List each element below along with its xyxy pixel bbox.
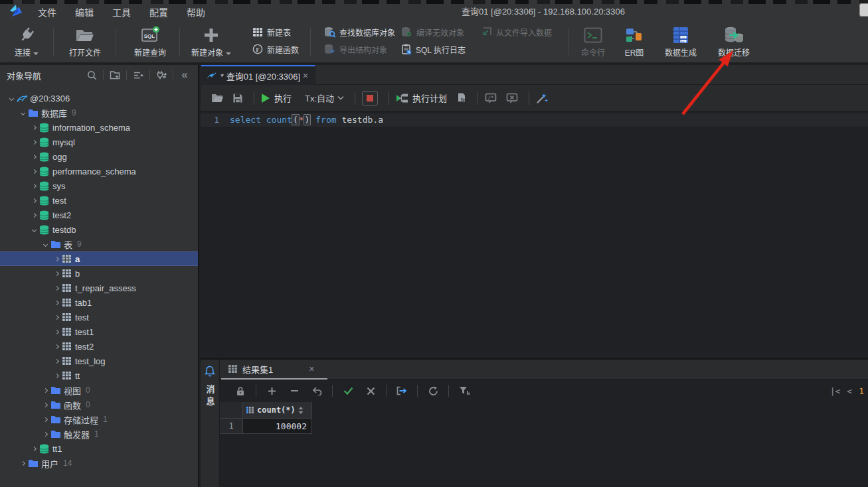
- chevron-right-icon[interactable]: [52, 345, 62, 348]
- sort-arrows-icon[interactable]: [298, 407, 304, 414]
- import-data-button[interactable]: 从文件导入数据: [481, 23, 552, 40]
- export-data-icon[interactable]: [394, 386, 409, 395]
- new-function-button[interactable]: F 新建函数: [252, 40, 299, 58]
- chevron-right-icon[interactable]: [52, 301, 62, 305]
- data-migrate-button[interactable]: 数据迁移: [709, 24, 758, 57]
- tree-item-test[interactable]: test: [0, 310, 198, 324]
- tree-item-存储过程[interactable]: 存储过程1: [0, 412, 198, 427]
- data-generate-button[interactable]: 101ABC 数据生成: [656, 24, 705, 57]
- refresh-icon[interactable]: [426, 386, 440, 396]
- chevron-down-icon[interactable]: [41, 243, 50, 246]
- open-file-button[interactable]: 打开文件: [57, 24, 113, 57]
- tree-item-performance_schema[interactable]: performance_schema: [0, 164, 198, 178]
- new-query-button[interactable]: SQL 新建查询: [121, 24, 179, 57]
- add-row-icon[interactable]: [264, 387, 279, 395]
- tx-mode-select[interactable]: Tx:自动: [305, 92, 344, 104]
- compile-invalid-button[interactable]: 编译无效对象: [401, 23, 466, 40]
- tree-item-test2[interactable]: test2: [0, 339, 198, 354]
- resultset-tab[interactable]: 结果集1 ×: [221, 360, 327, 380]
- sort-icon[interactable]: [130, 68, 146, 82]
- tree-item-函数[interactable]: 函数0: [0, 397, 198, 412]
- tree-item-test[interactable]: test: [0, 193, 198, 208]
- er-diagram-button[interactable]: ER图: [615, 24, 653, 57]
- chevron-right-icon[interactable]: [41, 389, 50, 392]
- search-icon[interactable]: [84, 68, 100, 82]
- lock-icon[interactable]: [233, 386, 248, 396]
- tree-item-testdb[interactable]: testdb: [0, 222, 198, 237]
- first-page-button[interactable]: |<: [830, 386, 841, 396]
- chevron-right-icon[interactable]: [41, 418, 50, 421]
- menu-file[interactable]: 文件: [31, 4, 64, 20]
- sql-log-button[interactable]: SQL 执行日志: [401, 40, 466, 58]
- new-folder-icon[interactable]: [107, 68, 123, 82]
- prev-page-button[interactable]: <: [847, 386, 852, 396]
- chevron-right-icon[interactable]: [52, 360, 62, 363]
- tree-item-information_schema[interactable]: information_schema: [0, 120, 198, 135]
- collapse-panel-icon[interactable]: «: [177, 68, 193, 82]
- chevron-right-icon[interactable]: [41, 403, 50, 407]
- chevron-down-icon[interactable]: [29, 228, 39, 232]
- chevron-right-icon[interactable]: [52, 257, 62, 261]
- format-sql-icon[interactable]: [536, 92, 548, 104]
- new-object-button[interactable]: 新建对象: [183, 24, 239, 57]
- tree-item-t_repair_assess[interactable]: t_repair_assess: [0, 281, 198, 295]
- tree-item-用户[interactable]: 用户14: [0, 456, 198, 470]
- chevron-right-icon[interactable]: [29, 141, 39, 144]
- new-table-button[interactable]: 新建表: [252, 23, 299, 40]
- open-icon[interactable]: [211, 93, 223, 103]
- chevron-right-icon[interactable]: [29, 199, 39, 202]
- connection-sync-icon[interactable]: [153, 68, 169, 82]
- column-header[interactable]: count(*): [243, 402, 312, 419]
- window-control-partial[interactable]: [859, 3, 868, 17]
- tree-item-ogg[interactable]: ogg: [0, 149, 198, 164]
- chevron-right-icon[interactable]: [41, 433, 50, 436]
- chevron-right-icon[interactable]: [52, 374, 62, 378]
- menu-edit[interactable]: 编辑: [68, 4, 101, 20]
- comment-icon[interactable]: /*: [485, 93, 497, 104]
- table-row[interactable]: 1 100002: [220, 419, 868, 434]
- explain-plan-button[interactable]: 执行计划: [396, 92, 447, 104]
- tree-item-a[interactable]: a: [0, 251, 198, 266]
- chevron-right-icon[interactable]: [52, 287, 62, 290]
- menu-config[interactable]: 配置: [142, 4, 175, 20]
- tree-item-test2[interactable]: test2: [0, 208, 198, 222]
- connect-button[interactable]: 连接: [1, 24, 52, 57]
- save-icon[interactable]: [232, 93, 243, 104]
- chevron-down-icon[interactable]: [18, 111, 28, 115]
- tree-item-mysql[interactable]: mysql: [0, 135, 198, 149]
- tree-item-tt1[interactable]: tt1: [0, 441, 198, 456]
- tree-item-b[interactable]: b: [0, 266, 198, 281]
- tree-item-test1[interactable]: test1: [0, 324, 198, 339]
- chevron-right-icon[interactable]: [29, 155, 39, 159]
- close-icon[interactable]: ×: [307, 364, 315, 374]
- tree-item-表[interactable]: 表9: [0, 237, 198, 251]
- run-button[interactable]: 执行: [261, 92, 292, 104]
- export-struct-button[interactable]: 导出结构对象: [324, 40, 395, 58]
- uncomment-icon[interactable]: [506, 93, 518, 104]
- chevron-right-icon[interactable]: [18, 462, 28, 465]
- tree-item-sys[interactable]: sys: [0, 178, 198, 193]
- filter-icon[interactable]: [457, 386, 472, 395]
- messages-tab[interactable]: 消息: [204, 385, 217, 409]
- query-tab[interactable]: * 查询01 [@20:3306] ×: [201, 65, 315, 85]
- notification-bell-icon[interactable]: [205, 366, 215, 377]
- chevron-right-icon[interactable]: [52, 316, 62, 319]
- chevron-right-icon[interactable]: [29, 214, 39, 217]
- chevron-down-icon[interactable]: [7, 97, 17, 100]
- tree-item-@20:3306[interactable]: @20:3306: [0, 91, 198, 105]
- sql-editor[interactable]: 1 select count(*) from testdb.a: [201, 111, 868, 359]
- menu-help[interactable]: 帮助: [179, 4, 213, 20]
- chevron-right-icon[interactable]: [52, 272, 62, 275]
- chevron-right-icon[interactable]: [29, 447, 39, 451]
- chevron-right-icon[interactable]: [29, 126, 39, 129]
- rollback-icon[interactable]: [363, 387, 378, 395]
- close-icon[interactable]: ×: [302, 70, 309, 81]
- tree-item-test_log[interactable]: test_log: [0, 354, 198, 368]
- menu-tools[interactable]: 工具: [105, 4, 138, 20]
- value-cell[interactable]: 100002: [243, 419, 312, 434]
- delete-row-icon[interactable]: [287, 389, 302, 392]
- commit-icon[interactable]: [341, 387, 355, 395]
- stop-button[interactable]: [362, 91, 378, 105]
- tree-item-tt[interactable]: tt: [0, 368, 198, 383]
- cmdline-button[interactable]: 命令行: [572, 24, 614, 57]
